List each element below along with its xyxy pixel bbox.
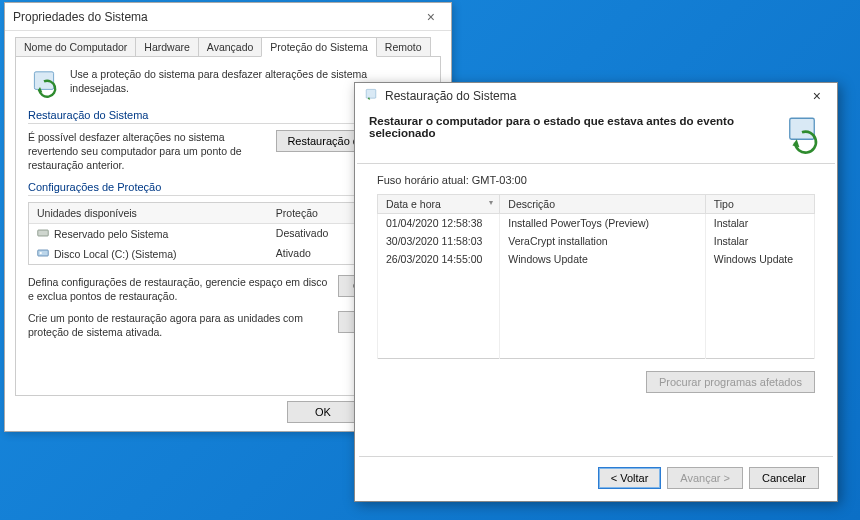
system-restore-icon	[781, 113, 823, 155]
col-description[interactable]: Descrição	[500, 195, 705, 214]
tabs: Nome do Computador Hardware Avançado Pro…	[5, 31, 451, 56]
cell-type: Instalar	[705, 232, 814, 250]
create-desc: Crie um ponto de restauração agora para …	[28, 311, 328, 339]
configure-desc: Defina configurações de restauração, ger…	[28, 275, 328, 303]
svg-marker-8	[792, 139, 799, 147]
svg-point-4	[40, 251, 42, 253]
titlebar[interactable]: Restauração do Sistema ×	[355, 83, 837, 109]
titlebar[interactable]: Propriedades do Sistema ×	[5, 3, 451, 31]
svg-rect-7	[790, 118, 815, 139]
svg-rect-3	[38, 250, 49, 256]
cell-type: Instalar	[705, 214, 814, 233]
cell-desc: VeraCrypt installation	[500, 232, 705, 250]
drive-name: Disco Local (C:) (Sistema)	[54, 248, 177, 260]
system-restore-wizard: Restauração do Sistema × Restaurar o com…	[354, 82, 838, 502]
window-title: Propriedades do Sistema	[13, 10, 148, 24]
close-icon[interactable]: ×	[419, 5, 443, 29]
ok-button[interactable]: OK	[287, 401, 359, 423]
svg-rect-5	[366, 89, 376, 98]
col-drives[interactable]: Unidades disponíveis	[29, 203, 268, 223]
system-restore-icon	[363, 87, 379, 106]
table-row[interactable]: 30/03/2020 11:58:03 VeraCrypt installati…	[378, 232, 815, 250]
close-icon[interactable]: ×	[805, 86, 829, 106]
tab-hardware[interactable]: Hardware	[135, 37, 199, 56]
back-button[interactable]: < Voltar	[598, 467, 662, 489]
cell-date: 30/03/2020 11:58:03	[378, 232, 500, 250]
tab-system-protection[interactable]: Proteção do Sistema	[261, 37, 376, 57]
system-restore-icon	[28, 67, 60, 99]
cancel-button[interactable]: Cancelar	[749, 467, 819, 489]
col-type[interactable]: Tipo	[705, 195, 814, 214]
restore-points-table: Data e hora▾ Descrição Tipo 01/04/2020 1…	[377, 194, 815, 359]
cell-date: 26/03/2020 14:55:00	[378, 250, 500, 268]
hdd-icon	[37, 227, 49, 241]
cell-type: Windows Update	[705, 250, 814, 268]
page-title: Restaurar o computador para o estado que…	[369, 113, 771, 139]
scan-affected-button[interactable]: Procurar programas afetados	[646, 371, 815, 393]
table-empty-space	[378, 268, 815, 358]
window-title: Restauração do Sistema	[385, 89, 516, 103]
sort-desc-icon: ▾	[489, 198, 493, 207]
svg-rect-2	[38, 230, 49, 236]
next-button[interactable]: Avançar >	[667, 467, 743, 489]
timezone-label: Fuso horário atual: GMT-03:00	[377, 174, 815, 186]
hdd-system-icon	[37, 247, 49, 261]
drive-name: Reservado pelo Sistema	[54, 228, 168, 240]
tab-computer-name[interactable]: Nome do Computador	[15, 37, 136, 56]
cell-desc: Windows Update	[500, 250, 705, 268]
table-row[interactable]: 01/04/2020 12:58:38 Installed PowerToys …	[378, 214, 815, 233]
col-date[interactable]: Data e hora▾	[378, 195, 500, 214]
restore-desc: É possível desfazer alterações no sistem…	[28, 130, 266, 173]
tab-advanced[interactable]: Avançado	[198, 37, 263, 56]
table-row[interactable]: 26/03/2020 14:55:00 Windows Update Windo…	[378, 250, 815, 268]
cell-desc: Installed PowerToys (Preview)	[500, 214, 705, 233]
cell-date: 01/04/2020 12:58:38	[378, 214, 500, 233]
tab-remote[interactable]: Remoto	[376, 37, 431, 56]
